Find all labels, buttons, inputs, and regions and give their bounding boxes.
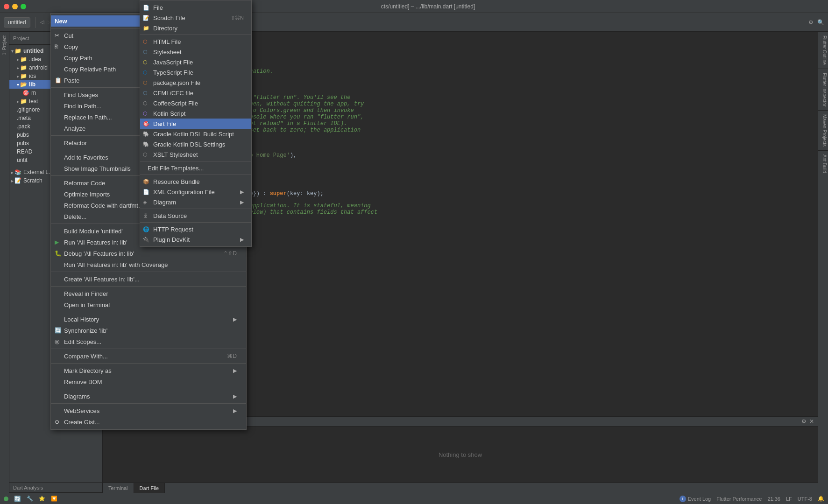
tool-icon-3[interactable]: 🔽 [51, 496, 57, 502]
compare-with-shortcut: ⌘D [227, 353, 237, 359]
copy-icon: ⎘ [55, 43, 58, 50]
sep-8 [51, 312, 246, 312]
debug-all-label: Debug 'All Features in: lib' [64, 250, 134, 257]
file-label: File [153, 4, 163, 11]
dart-analysis-status[interactable] [4, 497, 8, 501]
xslt-label: XSLT Stylesheet [153, 151, 198, 158]
submenu-http-request[interactable]: 🌐 HTTP Request [140, 224, 251, 234]
submenu-directory[interactable]: 📁 Directory [140, 23, 251, 33]
submenu-data-source[interactable]: 🗄 Data Source [140, 210, 251, 221]
terminal-tab[interactable]: Terminal [103, 483, 134, 493]
html-label: HTML File [153, 38, 181, 45]
submenu-kotlin[interactable]: ⬡ Kotlin Script [140, 108, 251, 119]
menu-item-run-coverage[interactable]: Run 'All Features in: lib' with Coverage [51, 259, 246, 270]
submenu-package-json[interactable]: ⬡ package.json File [140, 77, 251, 88]
title-bar: cts/untitled] – .../lib/main.dart [untit… [0, 0, 828, 13]
maven-projects-tab[interactable]: Maven Projects [818, 111, 828, 151]
project-header-label: Project [13, 35, 29, 41]
line-separator: LF [786, 496, 792, 502]
back-nav-icon[interactable]: ◁ [40, 19, 44, 25]
new-label: New [55, 18, 67, 25]
flutter-inspector-tab[interactable]: Flutter Inspector [818, 69, 828, 111]
flutter-outline-tab[interactable]: Flutter Outline [818, 32, 828, 69]
submenu-edit-templates[interactable]: Edit File Templates... [140, 163, 251, 173]
submenu-gradle-settings[interactable]: 🐘 Gradle Kotlin DSL Settings [140, 139, 251, 149]
reformat-label: Reformat Code [64, 180, 105, 187]
menu-item-diagrams[interactable]: Diagrams ▶ [51, 391, 246, 402]
http-request-label: HTTP Request [153, 226, 193, 233]
replace-in-path-label: Replace in Path... [64, 114, 112, 121]
tool-icon-2[interactable]: ⭐ [39, 496, 45, 502]
diagram-icon: ◈ [143, 199, 147, 205]
webservices-arrow: ▶ [233, 408, 237, 414]
submenu-gradle-build[interactable]: 🐘 Gradle Kotlin DSL Build Script [140, 129, 251, 139]
dart-file-tab[interactable]: Dart File [134, 483, 165, 493]
scratch-icon: 📝 [143, 15, 149, 21]
submenu-stylesheet[interactable]: ⬡ Stylesheet [140, 47, 251, 57]
menu-item-compare-with[interactable]: Compare With... ⌘D [51, 350, 246, 362]
diagrams-label: Diagrams [64, 393, 90, 400]
menu-item-reveal-finder[interactable]: Reveal in Finder [51, 288, 246, 299]
submenu-html[interactable]: ⬡ HTML File [140, 36, 251, 47]
cursor-position: 21:36 [767, 496, 780, 502]
submenu-cfml[interactable]: ⬡ CFML/CFC file [140, 88, 251, 98]
submenu-js[interactable]: ⬡ JavaScript File [140, 57, 251, 67]
submenu-dart[interactable]: 🎯 Dart File [140, 119, 251, 129]
project-tab-icon[interactable]: 1: Project [1, 34, 8, 57]
settings-icon-2[interactable]: ⚙ [801, 418, 807, 425]
js-icon: ⬡ [143, 59, 148, 65]
find-in-path-label: Find in Path... [64, 103, 101, 110]
menu-item-create-all[interactable]: Create 'All Features in: lib'... [51, 273, 246, 285]
mark-dir-arrow: ▶ [233, 368, 237, 374]
edit-scopes-label: Edit Scopes... [64, 338, 101, 345]
menu-item-synchronize[interactable]: 🔄 Synchronize 'lib' [51, 325, 246, 336]
run-all-label: Run 'All Features in: lib' [64, 239, 127, 246]
tool-icon-1[interactable]: 🔧 [27, 496, 33, 502]
bottom-tabs: Terminal Dart File [103, 483, 818, 493]
submenu-ts[interactable]: ⬡ TypeScript File [140, 67, 251, 77]
submenu-resource-bundle[interactable]: 📦 Resource Bundle [140, 176, 251, 187]
left-strip: 1: Project [0, 32, 9, 493]
menu-item-open-terminal[interactable]: Open in Terminal [51, 299, 246, 310]
flutter-performance-btn[interactable]: Flutter Performance [716, 496, 762, 502]
menu-item-create-gist[interactable]: ⊙ Create Gist... [51, 416, 246, 427]
notifications-icon[interactable]: 🔔 [818, 496, 824, 502]
menu-item-edit-scopes[interactable]: ◎ Edit Scopes... [51, 336, 246, 347]
menu-item-webservices[interactable]: WebServices ▶ [51, 405, 246, 416]
xslt-icon: ⬡ [143, 152, 148, 158]
debug-icon: 🐛 [55, 250, 62, 257]
menu-item-remove-bom[interactable]: Remove BOM [51, 376, 246, 387]
reveal-finder-label: Reveal in Finder [64, 290, 108, 297]
project-dropdown[interactable]: untitled [4, 17, 30, 28]
submenu-xml-config[interactable]: 📄 XML Configuration File ▶ [140, 187, 251, 197]
close-button[interactable] [4, 4, 9, 9]
submenu-coffee[interactable]: ⬡ CoffeeScript File [140, 98, 251, 108]
menu-item-mark-dir[interactable]: Mark Directory as ▶ [51, 365, 246, 376]
gradle-settings-icon: 🐘 [143, 141, 149, 147]
settings-icon[interactable]: ⚙ [808, 19, 814, 26]
close-panel-icon[interactable]: ✕ [809, 418, 814, 425]
html-icon: ⬡ [143, 39, 148, 45]
submenu-xslt[interactable]: ⬡ XSLT Stylesheet [140, 149, 251, 160]
ant-build-tab[interactable]: Ant Build [818, 151, 828, 177]
menu-item-debug-all[interactable]: 🐛 Debug 'All Features in: lib' ⌃⇧D [51, 248, 246, 259]
submenu-file[interactable]: 📄 File [140, 2, 251, 13]
coffee-icon: ⬡ [143, 100, 148, 106]
cfml-label: CFML/CFC file [153, 90, 193, 97]
sep-9 [51, 349, 246, 349]
submenu-plugin-devkit[interactable]: 🔌 Plugin DevKit ▶ [140, 234, 251, 245]
submenu-scratch-file[interactable]: 📝 Scratch File ⇧⌘N [140, 13, 251, 23]
sep-10 [51, 363, 246, 364]
event-log-btn[interactable]: i Event Log [679, 496, 711, 502]
sync-icon[interactable]: 🔄 [14, 496, 21, 502]
submenu-diagram[interactable]: ◈ Diagram ▶ [140, 197, 251, 207]
minimize-button[interactable] [12, 4, 18, 9]
xml-icon: 📄 [143, 189, 149, 195]
maximize-button[interactable] [21, 4, 26, 9]
menu-item-local-history[interactable]: Local History ▶ [51, 314, 246, 325]
search-icon[interactable]: 🔍 [817, 19, 824, 26]
dart-analysis-tab[interactable]: Dart Analysis [9, 483, 102, 493]
copy-path-label: Copy Path [64, 55, 92, 62]
status-bar-right: i Event Log Flutter Performance 21:36 LF… [679, 496, 824, 502]
status-bar: 🔄 🔧 ⭐ 🔽 i Event Log Flutter Performance … [0, 493, 828, 504]
